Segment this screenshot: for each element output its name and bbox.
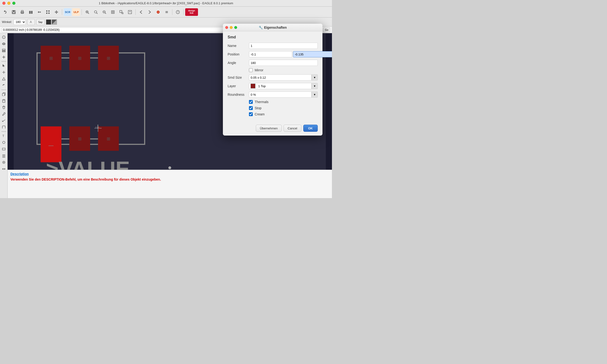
window-title: 1 Bibliothek - /Applications/EAGLE-8.0.1… — [99, 1, 233, 5]
rect-tool[interactable] — [1, 146, 7, 152]
roundness-value[interactable]: 0 % — [249, 91, 312, 98]
thermals-checkbox[interactable] — [249, 100, 253, 104]
dialog-maximize[interactable] — [234, 26, 237, 29]
text-button[interactable]: A — [27, 19, 35, 25]
svg-rect-12 — [48, 13, 50, 14]
zoom-fit-button[interactable] — [109, 8, 117, 16]
zoom-button[interactable] — [92, 8, 100, 16]
svg-line-51 — [2, 120, 5, 122]
arrow-tool[interactable] — [1, 166, 7, 172]
ubernehmen-button[interactable]: Übernehmen — [256, 125, 282, 132]
text-tool[interactable]: T — [1, 133, 7, 139]
layer-value[interactable]: 1 Top — [249, 83, 312, 89]
color-black[interactable] — [46, 19, 51, 25]
route-tool[interactable] — [1, 124, 7, 130]
svg-rect-1 — [13, 11, 15, 12]
mirror-row: Mirror — [228, 68, 318, 72]
circle-tool[interactable] — [1, 139, 7, 145]
dialog-close[interactable] — [225, 26, 228, 29]
ulp-button[interactable]: ULP — [72, 8, 80, 16]
designlink-button[interactable]: designlink — [185, 8, 198, 16]
svg-line-26 — [123, 13, 123, 14]
copy-tool[interactable] — [1, 91, 7, 97]
layer-tool[interactable] — [1, 47, 7, 53]
smd-size-value[interactable]: 0.05 x 0.12 — [249, 74, 312, 80]
sidebar-sep1 — [1, 61, 6, 62]
angle-select[interactable]: 180 0 90 270 — [13, 19, 26, 25]
zoom-out-button[interactable] — [101, 8, 108, 16]
stop-checkbox[interactable] — [249, 106, 253, 110]
rotate-tool[interactable] — [1, 82, 7, 89]
forward-button[interactable] — [36, 8, 43, 16]
info-tool[interactable]: i — [1, 34, 7, 40]
more-button[interactable] — [163, 8, 171, 16]
paste-tool[interactable] — [1, 98, 7, 104]
toolbar-sep5 — [183, 9, 184, 15]
properties-dialog[interactable]: 🔧 Eigenschaften Smd Name Position — [223, 24, 322, 136]
cream-label[interactable]: Cream — [255, 112, 265, 116]
mirror-checkbox[interactable] — [249, 68, 253, 72]
cream-container: Cream — [249, 112, 265, 116]
addressbar-go-button[interactable]: Go — [323, 27, 330, 32]
script-button[interactable]: SCR — [64, 8, 71, 16]
angle-row: Angle — [228, 60, 318, 66]
dialog-title-icon: 🔧 — [259, 26, 263, 29]
svg-rect-40 — [2, 49, 5, 50]
wrench-tool[interactable] — [1, 111, 7, 117]
angle-label: Winkel: — [2, 20, 12, 24]
zoom-custom-button[interactable] — [126, 8, 134, 16]
roundness-dropdown[interactable]: ▼ — [312, 91, 318, 98]
smd-size-dropdown[interactable]: ▼ — [312, 74, 318, 80]
sidebar-sep2 — [1, 90, 6, 90]
zoom-in-button[interactable] — [83, 8, 91, 16]
measure-tool[interactable] — [1, 117, 7, 124]
ok-button[interactable]: OK — [303, 125, 318, 132]
cancel-button[interactable]: Cancel — [284, 125, 301, 132]
layer-stack-tool[interactable] — [1, 153, 7, 159]
svg-text:?: ? — [177, 11, 179, 13]
print-button[interactable] — [18, 8, 26, 16]
angle-label-dialog: Angle — [228, 61, 249, 65]
help-button[interactable]: ? — [174, 8, 182, 16]
description-link[interactable]: Description — [11, 172, 29, 176]
label-button[interactable]: 5ay — [36, 19, 45, 25]
library-button[interactable] — [27, 8, 35, 16]
name-row: Name — [228, 43, 318, 49]
minimize-button[interactable] — [7, 2, 11, 5]
mirror-container: Mirror — [249, 68, 264, 72]
forward-arrow-button[interactable] — [146, 8, 153, 16]
stop-button[interactable] — [154, 8, 162, 16]
dialog-minimize[interactable] — [230, 26, 233, 29]
thermals-label[interactable]: Thermals — [255, 100, 268, 104]
layer-row: Layer 1 Top ▼ — [228, 83, 318, 89]
back-arrow-button[interactable] — [137, 8, 145, 16]
name-input[interactable] — [249, 43, 318, 49]
view-tool[interactable] — [1, 41, 7, 47]
add-tool[interactable] — [1, 54, 7, 60]
toolbar-sep4 — [172, 9, 172, 15]
position-x-input[interactable] — [249, 51, 292, 57]
position-y-input[interactable] — [293, 51, 332, 57]
svg-rect-5 — [21, 13, 23, 13]
triangle-tool[interactable] — [1, 76, 7, 82]
zoom-window-button[interactable] — [118, 8, 125, 16]
grid-button[interactable] — [44, 8, 52, 16]
scroll-indicator — [168, 166, 171, 169]
stop-label[interactable]: Stop — [255, 106, 262, 110]
move-button[interactable] — [53, 8, 60, 16]
close-button[interactable] — [2, 2, 5, 5]
mirror-checkbox-label[interactable]: Mirror — [255, 68, 264, 72]
delete-tool[interactable] — [1, 104, 7, 110]
svg-rect-58 — [2, 156, 5, 156]
layer-dropdown[interactable]: ▼ — [312, 83, 318, 89]
maximize-button[interactable] — [12, 2, 15, 5]
pointer-tool[interactable] — [1, 63, 7, 69]
svg-text:T: T — [2, 134, 4, 138]
save-button[interactable] — [10, 8, 18, 16]
cream-checkbox[interactable] — [249, 112, 253, 116]
crosshair-tool[interactable] — [1, 69, 7, 75]
angle-input[interactable] — [249, 60, 318, 66]
undo-button[interactable] — [1, 8, 9, 16]
via-tool[interactable] — [1, 159, 7, 165]
color-half[interactable] — [52, 19, 57, 25]
